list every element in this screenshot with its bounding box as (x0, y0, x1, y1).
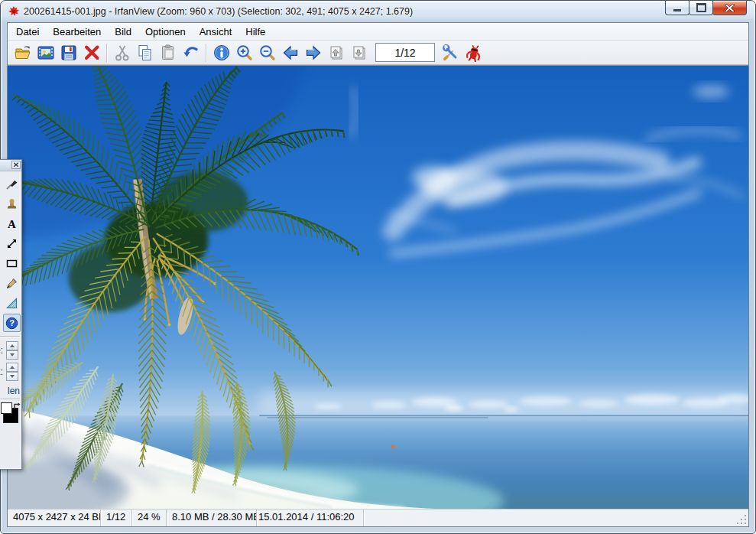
menu-datei[interactable]: Datei (9, 24, 46, 40)
stepper-up[interactable] (6, 341, 18, 350)
foreground-color-swatch[interactable] (1, 402, 12, 414)
undo-button[interactable] (180, 42, 203, 63)
maximize-button[interactable] (689, 1, 713, 15)
titlebar[interactable]: 200261415-001.jpg - IrfanView (Zoom: 960… (1, 1, 755, 22)
menu-optionen[interactable]: Optionen (138, 24, 193, 40)
undo-icon (182, 44, 200, 62)
panel-separator (0, 399, 20, 400)
status-file-size: 8.10 MB / 28.30 MB (167, 510, 257, 526)
close-icon (725, 4, 735, 12)
panel-separator (0, 336, 20, 337)
eyedropper-tool-button[interactable] (3, 274, 21, 292)
arrow-tool-button[interactable] (3, 234, 21, 252)
status-zoom-percent: 24 % (132, 510, 167, 526)
help-tool-button[interactable]: ? (3, 314, 21, 332)
paint-panel-titlebar[interactable] (0, 160, 21, 171)
maximize-icon (696, 3, 706, 12)
horizon-clouds (259, 392, 748, 413)
page-number-input[interactable] (375, 43, 435, 62)
triangle-down-icon (10, 375, 15, 378)
toolbar-separator (206, 44, 207, 62)
save-icon (60, 44, 78, 62)
svg-text:A: A (8, 217, 16, 230)
text-icon: A (5, 217, 18, 230)
resize-grip[interactable] (737, 515, 747, 525)
paint-tools: A (0, 171, 21, 334)
toolbar (8, 41, 748, 65)
paste-button[interactable] (157, 42, 180, 63)
fill-gradient-tool-button[interactable] (3, 294, 21, 312)
brush-tool-button[interactable] (3, 174, 21, 193)
slideshow-button[interactable] (34, 42, 57, 63)
app-icon (8, 5, 20, 18)
client-area: Datei Bearbeiten Bild Optionen Ansicht H… (7, 22, 749, 527)
menu-hilfe[interactable]: Hilfe (238, 24, 272, 40)
image-canvas[interactable] (8, 65, 748, 509)
page-up-button[interactable] (325, 42, 348, 63)
brush-icon (5, 177, 18, 190)
triangle-down-icon (10, 353, 15, 357)
buoy (391, 444, 395, 448)
text-tool-button[interactable]: A (3, 214, 21, 233)
panel-label-settings[interactable]: len (8, 386, 20, 396)
status-image-dimensions: 4075 x 2427 x 24 BPP (8, 510, 101, 526)
swap-colors-icon[interactable] (13, 402, 21, 410)
status-file-date: 15.01.2014 / 11:06:20 (257, 510, 364, 526)
menu-ansicht[interactable]: Ansicht (193, 24, 239, 40)
rectangle-tool-button[interactable] (3, 254, 21, 272)
menu-bearbeiten[interactable]: Bearbeiten (46, 24, 108, 40)
open-button[interactable] (11, 42, 34, 63)
stepper-down[interactable] (6, 372, 18, 381)
paste-icon (159, 44, 177, 62)
transparency-stepper[interactable] (6, 363, 18, 381)
next-icon (304, 44, 323, 62)
page-down-button[interactable] (348, 42, 371, 63)
window-title: 200261415-001.jpg - IrfanView (Zoom: 960… (24, 6, 413, 17)
page-down-icon (350, 44, 368, 62)
close-button[interactable] (712, 1, 747, 15)
stepper-down[interactable] (6, 350, 18, 360)
info-button[interactable] (210, 42, 233, 63)
paint-toolbar-panel: A (0, 159, 22, 470)
svg-text:?: ? (9, 318, 15, 327)
settings-icon (442, 44, 460, 62)
paint-panel-close-button[interactable] (11, 161, 21, 169)
panel-label-transparency: nz: (0, 366, 3, 377)
previous-icon (281, 44, 300, 62)
width-stepper[interactable] (6, 341, 18, 360)
color-swatches (0, 402, 21, 430)
next-image-button[interactable] (302, 42, 325, 63)
delete-button[interactable] (80, 42, 103, 63)
copy-button[interactable] (134, 42, 157, 63)
zoom-in-button[interactable] (233, 42, 256, 63)
fill-gradient-icon (5, 297, 18, 310)
minimize-button[interactable] (665, 1, 689, 15)
page-up-icon (327, 44, 346, 62)
stepper-up[interactable] (6, 363, 18, 372)
close-icon (13, 162, 19, 168)
eyedropper-icon (5, 277, 18, 290)
cut-button[interactable] (111, 42, 134, 63)
copy-icon (136, 44, 154, 62)
clone-stamp-tool-button[interactable] (3, 194, 21, 213)
zoom-out-icon (258, 44, 277, 62)
info-icon (213, 44, 231, 62)
previous-image-button[interactable] (279, 42, 302, 63)
toolbar-separator (106, 44, 108, 62)
rectangle-icon (5, 257, 18, 270)
settings-button[interactable] (440, 42, 462, 63)
zoom-out-button[interactable] (256, 42, 279, 63)
delete-icon (83, 44, 101, 62)
menu-bild[interactable]: Bild (108, 24, 138, 40)
triangle-up-icon (10, 344, 15, 347)
menubar: Datei Bearbeiten Bild Optionen Ansicht H… (8, 23, 748, 41)
save-button[interactable] (57, 42, 80, 63)
open-icon (14, 44, 32, 62)
zoom-in-icon (235, 44, 254, 62)
photo-beach-palm (8, 66, 748, 509)
about-button[interactable] (462, 42, 485, 63)
irfanview-window: 200261415-001.jpg - IrfanView (Zoom: 960… (0, 0, 756, 534)
help-icon: ? (5, 317, 18, 330)
status-page-index: 1/12 (101, 510, 132, 526)
status-empty (364, 510, 748, 526)
